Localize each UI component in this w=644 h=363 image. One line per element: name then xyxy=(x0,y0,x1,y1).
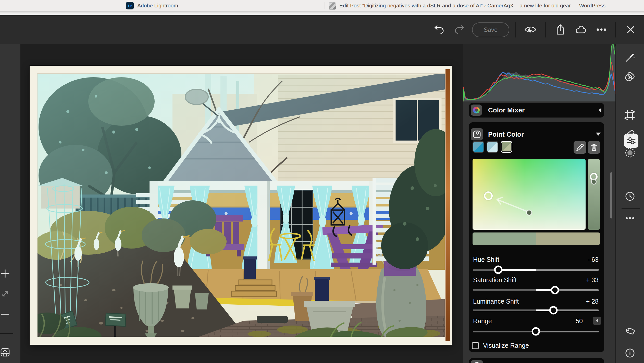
redo-icon[interactable] xyxy=(454,25,465,34)
app-toolbar: Save xyxy=(0,15,644,44)
lightroom-logo-icon: Lr xyxy=(126,2,134,9)
hue-shift-label: Hue Shift xyxy=(473,256,499,263)
share-icon[interactable] xyxy=(555,24,565,35)
delete-swatch-button[interactable] xyxy=(588,141,600,154)
point-color-swatch-3-selected[interactable] xyxy=(501,141,512,153)
luminance-shift-value: + 28 xyxy=(586,298,599,305)
color-mixer-icon[interactable] xyxy=(471,105,482,116)
visualize-range-label: Visualize Range xyxy=(483,342,529,349)
more-dots-icon[interactable] xyxy=(625,217,635,219)
hue-shift-handle[interactable] xyxy=(494,266,502,274)
more-options-icon[interactable] xyxy=(596,28,607,31)
visualize-range-checkbox[interactable] xyxy=(472,342,479,349)
shade-origin-dot xyxy=(591,179,597,185)
point-color-swatch-2[interactable] xyxy=(487,141,498,153)
browser-tab-bar: Lr Adobe Lightroom Edit Post “Digitizing… xyxy=(0,0,644,11)
tab-divider xyxy=(325,2,325,9)
color-grading-icon[interactable] xyxy=(471,360,483,363)
range-handle[interactable] xyxy=(532,327,540,336)
masking-icon[interactable] xyxy=(624,147,636,158)
fit-expand-icon[interactable] xyxy=(1,289,9,298)
hue-shift-value: - 63 xyxy=(588,256,599,263)
color-mixer-card: Color Mixer xyxy=(469,103,604,118)
tab-lightroom[interactable]: Adobe Lightroom xyxy=(137,3,178,9)
eraser-icon[interactable] xyxy=(624,128,636,140)
luminance-shift-row: Luminance Shift + 28 xyxy=(473,298,599,305)
sidebar-divider xyxy=(622,208,640,209)
tool-sidebar xyxy=(616,44,644,363)
point-color-card: Point Color xyxy=(469,122,604,352)
eye-icon[interactable] xyxy=(524,25,537,34)
saturation-shift-row: Saturation Shift + 33 xyxy=(473,276,599,284)
zoom-in-plus-icon[interactable] xyxy=(1,269,10,278)
photo-negative-scan xyxy=(30,66,452,345)
saturation-shift-value: + 33 xyxy=(586,276,599,284)
edit-panel: Color Mixer Point Color xyxy=(463,44,615,363)
luminance-shift-slider[interactable] xyxy=(473,309,599,311)
close-icon[interactable] xyxy=(626,25,635,34)
color-gradient-picker[interactable] xyxy=(473,159,586,230)
saturation-shift-slider[interactable] xyxy=(473,289,599,291)
save-button[interactable]: Save xyxy=(472,22,509,37)
hue-shift-row: Hue Shift - 63 xyxy=(473,256,599,263)
history-clock-icon[interactable] xyxy=(625,191,635,201)
histogram[interactable] xyxy=(463,44,615,101)
cloud-icon[interactable] xyxy=(575,25,586,34)
before-after-color-bar xyxy=(473,232,600,245)
range-collapse-button[interactable] xyxy=(593,317,601,325)
point-color-icon[interactable] xyxy=(471,128,483,140)
wordpress-tab-favicon xyxy=(329,2,336,10)
undo-icon[interactable] xyxy=(434,25,444,34)
toolbar-separator xyxy=(545,22,546,37)
color-mixer-title: Color Mixer xyxy=(488,106,525,114)
shade-strip[interactable] xyxy=(588,159,600,230)
window-chrome-shadow xyxy=(0,11,644,15)
panel-scrollbar[interactable] xyxy=(610,172,612,218)
luminance-shift-handle[interactable] xyxy=(549,306,558,315)
range-slider[interactable] xyxy=(473,331,599,332)
expand-caret-icon[interactable] xyxy=(596,133,601,136)
range-label: Range xyxy=(473,317,492,325)
zoom-controls-strip xyxy=(0,44,20,363)
visualize-range-row: Visualize Range xyxy=(472,342,529,349)
info-icon[interactable] xyxy=(625,348,635,358)
filmstrip-icon[interactable] xyxy=(0,348,10,357)
luminance-shift-label: Luminance Shift xyxy=(473,298,519,305)
range-value: 50 xyxy=(576,317,583,325)
eyedropper-button[interactable] xyxy=(574,141,586,154)
crop-rotate-icon[interactable] xyxy=(624,109,636,121)
healing-icon[interactable] xyxy=(624,71,636,82)
zoom-out-minus-icon[interactable] xyxy=(1,313,9,315)
gradient-target-handle[interactable] xyxy=(484,191,493,200)
tag-icon[interactable] xyxy=(624,326,636,336)
collapse-caret-icon[interactable] xyxy=(599,108,601,112)
toolbar-separator xyxy=(515,22,516,37)
saturation-shift-label: Saturation Shift xyxy=(473,276,517,284)
after-color xyxy=(536,232,600,245)
tab-wordpress[interactable]: Edit Post “Digitizing negatives with a d… xyxy=(339,3,605,9)
before-color xyxy=(473,232,536,245)
hue-shift-slider[interactable] xyxy=(473,269,599,271)
range-row: Range 50 xyxy=(473,317,583,325)
color-grading-card: Color Grading xyxy=(469,358,604,363)
strip-divider xyxy=(0,333,13,334)
saturation-shift-handle[interactable] xyxy=(551,286,559,294)
toolbar-separator xyxy=(615,22,616,37)
point-color-swatch-1[interactable] xyxy=(473,141,484,153)
photo-canvas[interactable] xyxy=(20,44,463,363)
auto-enhance-wand-icon[interactable] xyxy=(625,52,635,63)
point-color-title: Point Color xyxy=(488,131,524,138)
